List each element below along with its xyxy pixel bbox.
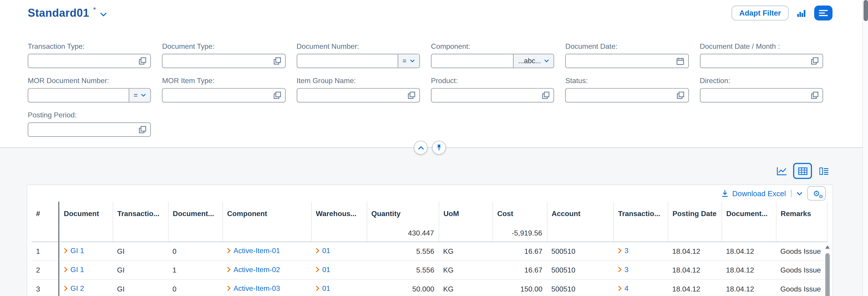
filter-input-component[interactable]: ...abc...	[431, 54, 554, 68]
filter-input-document-number[interactable]: =	[297, 54, 420, 68]
cell-link[interactable]: 4	[625, 284, 629, 293]
column-header-7-uom[interactable]: UoM	[439, 202, 493, 225]
column-header-11-posting-date[interactable]: Posting Date	[668, 202, 721, 225]
table-scrollbar-thumb[interactable]	[825, 253, 830, 296]
filter-field-status: Status:	[565, 76, 689, 102]
chart-view-button[interactable]	[772, 163, 791, 179]
link-cell-content: 01	[315, 265, 330, 274]
table-view-button[interactable]	[793, 163, 812, 179]
cell-link[interactable]: 01	[322, 265, 331, 274]
filter-input-posting-period[interactable]	[28, 122, 151, 137]
operator-select[interactable]: =	[397, 54, 419, 67]
value-help-button[interactable]	[271, 57, 285, 65]
value-help-button[interactable]	[809, 57, 822, 65]
table-settings-button[interactable]: ⚙⚙	[807, 186, 826, 200]
link-cell-content: GI 2	[64, 284, 84, 293]
column-header-6-quantity[interactable]: Quantity	[367, 202, 439, 225]
filter-input-document-type[interactable]	[162, 54, 285, 68]
calendar-button[interactable]	[674, 57, 688, 65]
title-bar: Standard01 * Adapt Filter	[28, 3, 833, 22]
filter-input-product[interactable]	[431, 88, 554, 102]
operator-select[interactable]: =	[129, 89, 150, 102]
pin-filter-button[interactable]	[432, 141, 446, 155]
total-cell	[168, 225, 222, 241]
column-header-1-document[interactable]: Document	[59, 202, 113, 225]
column-header-12-document[interactable]: Document...	[721, 202, 776, 225]
nav-chevron-icon	[618, 266, 622, 272]
totals-row: 430.447-5,919.56	[32, 225, 827, 241]
column-header-3-document[interactable]: Document...	[168, 202, 222, 225]
link-cell-content: 01	[315, 284, 330, 293]
download-menu-button[interactable]	[796, 192, 802, 195]
link-cell-content: 01	[315, 246, 330, 255]
operator-select[interactable]: ...abc...	[513, 54, 554, 67]
cell-link[interactable]: Active-Item-01	[234, 246, 280, 255]
column-header-4-component[interactable]: Component	[222, 202, 311, 225]
cell-col: 2	[32, 260, 59, 279]
cell-link[interactable]: GI 2	[70, 284, 84, 293]
filter-field-product: Product:	[431, 76, 554, 102]
column-header-2-transactio[interactable]: Transactio...	[113, 202, 168, 225]
download-excel-link[interactable]: Download Excel	[721, 189, 786, 198]
cell-link[interactable]: Active-Item-03	[234, 284, 280, 293]
nav-chevron-icon	[315, 248, 319, 254]
value-help-icon	[139, 126, 147, 133]
value-help-button[interactable]	[674, 92, 688, 99]
total-cell	[776, 225, 827, 241]
cell-link[interactable]: Active-Item-02	[234, 265, 280, 274]
filter-input-transaction-type[interactable]	[28, 54, 151, 68]
mixed-view-button[interactable]	[814, 163, 833, 179]
filter-input-item-group-name[interactable]	[297, 88, 420, 102]
value-help-button[interactable]	[136, 57, 150, 65]
filter-field-component: Component:...abc...	[431, 42, 554, 68]
collapse-filter-button[interactable]	[414, 141, 428, 155]
operator-value: ...abc...	[518, 57, 541, 65]
page-scrollbar[interactable]	[862, 0, 868, 296]
value-help-button[interactable]	[271, 92, 285, 99]
filter-input-document-date[interactable]	[565, 54, 689, 68]
filter-bar-toggles	[414, 141, 446, 155]
chevron-down-icon	[410, 59, 415, 63]
value-help-button[interactable]	[540, 92, 554, 99]
value-help-button[interactable]	[809, 92, 822, 99]
pin-icon	[435, 144, 442, 151]
variant-selector[interactable]: Standard01 *	[28, 6, 107, 19]
filter-label: Direction:	[700, 76, 823, 85]
column-header-9-account[interactable]: Account	[547, 202, 613, 225]
cell-link[interactable]: 01	[322, 284, 331, 293]
column-chart-button[interactable]	[797, 8, 806, 17]
calendar-icon	[676, 57, 684, 65]
filter-input-direction[interactable]	[700, 88, 823, 102]
column-header-0-col[interactable]: #	[32, 202, 59, 225]
table-scrollbar[interactable]	[825, 243, 830, 296]
line-chart-icon	[776, 166, 787, 175]
cell-link[interactable]: GI 1	[70, 265, 84, 274]
filter-input-document-date-month[interactable]	[700, 54, 823, 68]
cell-posting-date: 18.04.12	[668, 260, 721, 279]
table-row: 2GI 1GI1Active-Item-02015.556KG16.675005…	[32, 260, 827, 279]
app-root: Standard01 * Adapt Filter Transaction Ty…	[0, 0, 868, 296]
filter-input-mor-document-number[interactable]: =	[28, 88, 151, 102]
variant-chevron[interactable]	[100, 12, 107, 17]
filter-field-document-date: Document Date:	[565, 42, 689, 68]
cell-link[interactable]: 01	[322, 246, 331, 255]
column-header-8-cost[interactable]: Cost	[493, 202, 547, 225]
column-header-10-transactio[interactable]: Transactio...	[614, 202, 668, 225]
cell-link[interactable]: 3	[625, 246, 629, 255]
scroll-up-icon[interactable]	[825, 245, 830, 249]
cell-link[interactable]: GI 1	[70, 246, 84, 255]
cell-document: 18.04.12	[721, 279, 776, 296]
page-scrollbar-thumb[interactable]	[864, 0, 868, 21]
filter-field-direction: Direction:	[700, 76, 823, 102]
filter-input-mor-item-type[interactable]	[162, 88, 285, 102]
column-header-13-remarks[interactable]: Remarks	[776, 202, 827, 225]
cell-warehous: 01	[311, 260, 367, 279]
cell-cost: 16.67	[493, 241, 547, 260]
cell-link[interactable]: 3	[625, 265, 629, 274]
value-help-button[interactable]	[136, 126, 150, 133]
column-header-5-warehous[interactable]: Warehous...	[311, 202, 367, 225]
adapt-filter-button[interactable]: Adapt Filter	[732, 5, 789, 20]
value-help-button[interactable]	[405, 92, 419, 99]
view-settings-button[interactable]	[814, 5, 833, 20]
filter-input-status[interactable]	[565, 88, 689, 102]
